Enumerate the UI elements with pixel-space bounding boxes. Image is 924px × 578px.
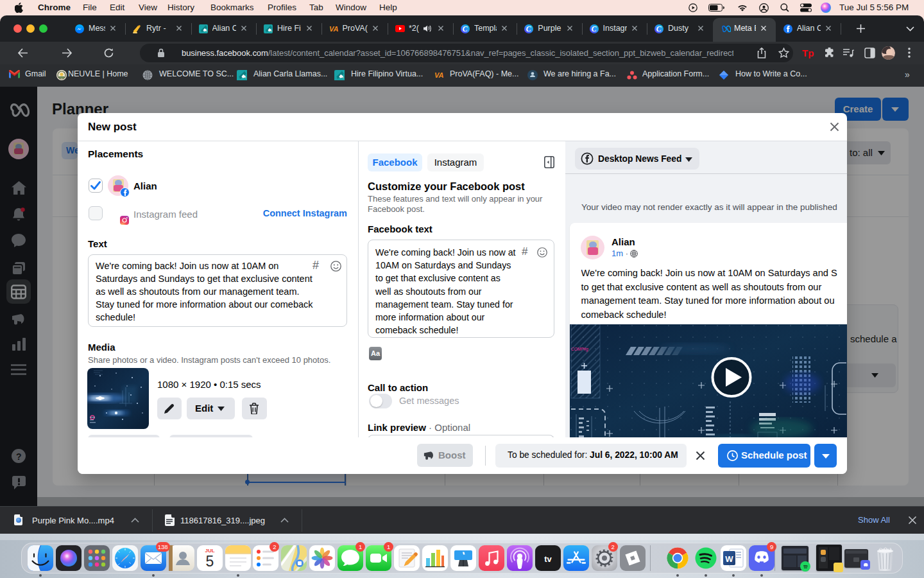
svg-text:C: C — [591, 25, 596, 33]
svg-text:C: C — [463, 25, 468, 33]
svg-text:VA: VA — [434, 71, 444, 79]
svg-text:C: C — [526, 25, 531, 33]
svg-text:5: 5 — [205, 553, 214, 570]
svg-text:tv: tv — [544, 554, 552, 564]
svg-text:C: C — [656, 25, 662, 33]
svg-text:VA: VA — [329, 25, 339, 33]
svg-text:W: W — [726, 554, 734, 564]
svg-text:COMP#g: COMP#g — [571, 347, 588, 352]
